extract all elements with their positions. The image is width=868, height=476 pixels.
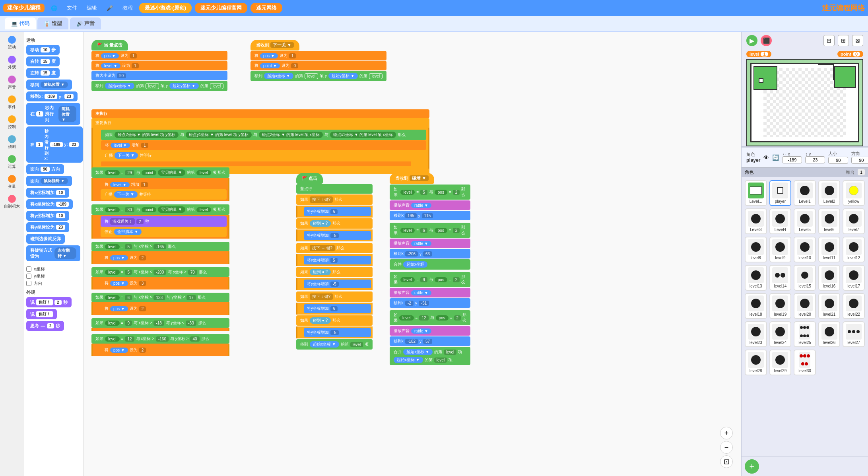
- stage-medium-btn[interactable]: ⊞: [838, 35, 849, 46]
- backgrounds-count: 1: [858, 169, 865, 175]
- zoom-out-btn[interactable]: −: [720, 441, 733, 454]
- block-change-y[interactable]: 将y坐标增加 10: [26, 211, 69, 221]
- sprite-level8[interactable]: level8: [745, 237, 767, 262]
- x-position-input[interactable]: [782, 156, 802, 163]
- block-face-direction[interactable]: 面向 90 方向: [26, 164, 64, 174]
- category-myblocks[interactable]: 自制积木: [0, 192, 24, 212]
- category-events[interactable]: 事件: [0, 93, 24, 112]
- sprite-level13[interactable]: level13: [745, 265, 767, 291]
- stage-small-btn[interactable]: ⊟: [823, 35, 835, 46]
- sprite-level19[interactable]: level19: [769, 293, 792, 319]
- block-face-mouse[interactable]: 面向 鼠标指针 ▼: [26, 176, 72, 186]
- sprite-level11[interactable]: level11: [818, 237, 841, 262]
- sprite-level23[interactable]: level23: [745, 321, 767, 347]
- y-position-input[interactable]: [805, 156, 825, 163]
- block-goto-random[interactable]: 移到 随机位置 ▼: [26, 80, 72, 90]
- block-think[interactable]: 思考 2 秒: [26, 321, 64, 331]
- category-operators[interactable]: 运算: [0, 153, 24, 172]
- block-set-x[interactable]: 将x坐标设为 -189: [26, 199, 73, 209]
- direction-input[interactable]: [851, 157, 868, 164]
- category-looks[interactable]: 外观: [0, 53, 24, 72]
- code-tab-icon: 💻: [11, 21, 17, 27]
- stop-btn[interactable]: ⬛: [761, 35, 772, 46]
- stage-fullscreen-btn[interactable]: ⊠: [852, 35, 863, 46]
- block-glide-xy[interactable]: 在 1 秒内滑行到x: -189 y: 23: [26, 126, 83, 163]
- block-set-y[interactable]: 将y坐标设为 23: [26, 222, 69, 232]
- code-canvas[interactable]: 🚩 当 量点击 将 pos ▼ 设为 1 将 level ▼ 设为 1 将大小设…: [83, 32, 741, 476]
- block-change-x[interactable]: 将x坐标增加 10: [26, 188, 69, 198]
- zoom-in-btn[interactable]: +: [720, 427, 733, 439]
- category-control[interactable]: 控制: [0, 113, 24, 132]
- green-flag-btn[interactable]: ▶: [746, 35, 757, 46]
- sprite-level14[interactable]: level14: [769, 265, 792, 291]
- tab-costume[interactable]: 👔 造型: [37, 17, 68, 29]
- right-logo: 迷元编程网络: [822, 3, 865, 13]
- sprite-level10[interactable]: level10: [794, 237, 816, 262]
- block-group-level-cond-1: 如果 level = 29 与 point 宝贝的量 ▼ 的第 level 项 …: [91, 167, 229, 356]
- sprite-level20[interactable]: level20: [794, 293, 816, 319]
- sprites-tab-label[interactable]: 角色: [745, 169, 753, 175]
- file-menu[interactable]: 文件: [64, 3, 80, 13]
- block-goto-xy[interactable]: 移到x: -189 y: 23: [26, 91, 78, 101]
- block-rotation-style[interactable]: 将旋转方式设为 左右翻转 ▼: [26, 245, 80, 261]
- sprite-level30[interactable]: level30: [794, 350, 816, 375]
- official-site-btn[interactable]: 迷元少儿编程官网: [195, 3, 247, 13]
- sprite-level2[interactable]: Level2: [818, 180, 841, 206]
- sprite-level-bg[interactable]: Level...: [745, 180, 767, 206]
- x-coord-checkbox[interactable]: [26, 266, 31, 272]
- sprite-player[interactable]: player: [769, 180, 792, 206]
- block-turn-left[interactable]: 左转 15 度: [26, 68, 60, 78]
- zoom-fit-btn[interactable]: ⊡: [720, 455, 733, 468]
- sprite-level3[interactable]: Level3: [745, 208, 767, 234]
- globe-icon[interactable]: 🌐: [48, 4, 60, 13]
- sprite-level25[interactable]: level25: [794, 321, 816, 347]
- block-say-timed[interactable]: 说 你好！ 2 秒: [26, 297, 72, 307]
- sprite-level26[interactable]: level26: [818, 321, 841, 347]
- sprite-level5[interactable]: Level5: [794, 208, 816, 234]
- sound-tab-icon: 🔊: [76, 21, 83, 27]
- block-group-2: 当收到 下一关 ▼ 将 pos ▼ 设为 1 将 point ▼ 设为 0 移到…: [250, 40, 386, 82]
- mic-icon[interactable]: 🎤: [103, 4, 116, 13]
- tab-code[interactable]: 💻 代码: [5, 17, 36, 29]
- category-motion[interactable]: 运动: [0, 33, 24, 52]
- add-sprite-btn[interactable]: +: [745, 459, 759, 474]
- project-name[interactable]: 最迷小游戏-(原创): [139, 3, 192, 13]
- sprite-level1[interactable]: Level1: [794, 180, 816, 206]
- category-variables[interactable]: 变量: [0, 173, 24, 192]
- sprite-level15[interactable]: level15: [794, 265, 816, 291]
- sprite-level29[interactable]: level29: [769, 350, 792, 375]
- block-glide-random[interactable]: 在 1 秒内滑行到 随机位置 ▼: [26, 103, 80, 125]
- sprite-level7[interactable]: level7: [843, 208, 865, 234]
- sprite-level17[interactable]: level17: [843, 265, 865, 291]
- y-coord-checkbox[interactable]: [26, 274, 31, 279]
- sprite-level21[interactable]: level21: [818, 293, 841, 319]
- block-move[interactable]: 移动 10 步: [26, 45, 60, 55]
- block-turn-right[interactable]: 右转 15 度: [26, 56, 60, 66]
- backgrounds-tab-label[interactable]: 舞台: [846, 169, 854, 175]
- category-sound[interactable]: 声音: [0, 73, 24, 92]
- level-badge: level 1: [746, 51, 771, 57]
- sprite-level18[interactable]: level18: [745, 293, 767, 319]
- sprite-level9[interactable]: level9: [769, 237, 792, 262]
- sprite-level6[interactable]: level6: [818, 208, 841, 234]
- sprite-level4[interactable]: Level4: [769, 208, 792, 234]
- sprite-level16[interactable]: level16: [818, 265, 841, 291]
- sprite-level27[interactable]: level27: [843, 321, 865, 347]
- tutorial-menu[interactable]: 教程: [119, 3, 136, 13]
- community-btn[interactable]: 迷元网络: [250, 3, 282, 13]
- block-say[interactable]: 说 你好！: [26, 309, 57, 319]
- direction-checkbox[interactable]: [26, 281, 31, 286]
- tab-sound[interactable]: 🔊 声音: [70, 17, 101, 29]
- edit-menu[interactable]: 编辑: [83, 3, 100, 13]
- sprite-level24[interactable]: level24: [769, 321, 792, 347]
- categories-panel: 运动 外观 声音 事件 控制: [0, 32, 24, 476]
- size-input[interactable]: [828, 157, 848, 164]
- block-bounce[interactable]: 碰到边缘就反弹: [26, 234, 65, 244]
- sprite-level12[interactable]: level12: [843, 237, 865, 262]
- sprite-yellow[interactable]: yellow: [843, 180, 865, 206]
- sprite-level22[interactable]: level22: [843, 293, 865, 319]
- visibility-ghost-icon[interactable]: 🔄: [772, 154, 779, 161]
- category-sensing[interactable]: 侦测: [0, 133, 24, 152]
- sprite-level28[interactable]: level28: [745, 350, 767, 375]
- visibility-eye-icon[interactable]: 👁: [763, 154, 769, 161]
